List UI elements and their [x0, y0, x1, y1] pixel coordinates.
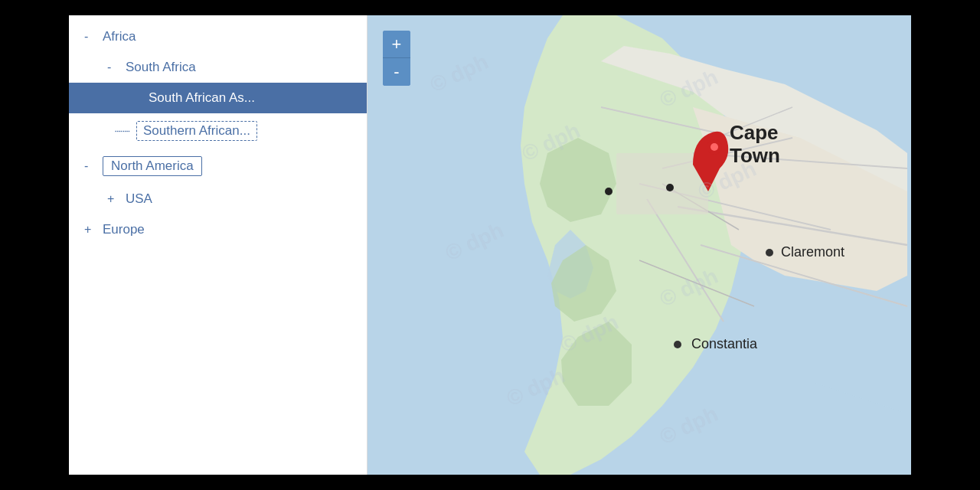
map-container[interactable]: Cape Town Claremont Constantia + - © dph… — [368, 15, 911, 475]
sidebar-item-north-america[interactable]: - North America — [69, 149, 367, 184]
zoom-in-button[interactable]: + — [383, 31, 410, 58]
toggle-europe: + — [84, 223, 96, 237]
svg-point-14 — [710, 143, 718, 151]
svg-point-21 — [605, 188, 612, 195]
svg-text:Constantia: Constantia — [691, 336, 758, 351]
toggle-southern-african: ┈┈ — [115, 124, 130, 139]
svg-text:Town: Town — [730, 144, 780, 167]
svg-point-19 — [674, 341, 681, 348]
sidebar-item-usa[interactable]: + USA — [69, 184, 367, 214]
sidebar-item-south-africa[interactable]: - South Africa — [69, 52, 367, 83]
label-africa: Africa — [103, 29, 136, 44]
toggle-south-african-as — [130, 91, 142, 105]
label-europe: Europe — [103, 222, 145, 237]
zoom-controls: + - — [383, 31, 410, 86]
toggle-south-africa: - — [107, 60, 119, 74]
app-container: - Africa - South Africa South African As… — [69, 15, 911, 475]
toggle-north-america: - — [84, 159, 96, 173]
label-south-african-as: South African As... — [149, 90, 255, 106]
toggle-africa: - — [84, 30, 96, 44]
sidebar: - Africa - South Africa South African As… — [69, 15, 368, 475]
sidebar-item-south-african-as[interactable]: South African As... — [69, 83, 367, 113]
label-south-africa: South Africa — [126, 60, 196, 75]
label-north-america: North America — [103, 156, 202, 176]
label-usa: USA — [126, 191, 152, 207]
label-southern-african: Southern African... — [136, 121, 257, 141]
svg-text:Claremont: Claremont — [781, 244, 844, 260]
sidebar-item-southern-african[interactable]: ┈┈ Southern African... — [69, 113, 367, 149]
sidebar-item-europe[interactable]: + Europe — [69, 214, 367, 245]
zoom-out-button[interactable]: - — [383, 58, 410, 86]
sidebar-item-africa[interactable]: - Africa — [69, 21, 367, 52]
svg-point-12 — [666, 184, 674, 191]
svg-point-17 — [766, 249, 773, 256]
map-svg: Cape Town Claremont Constantia — [368, 15, 911, 475]
svg-text:Cape: Cape — [730, 121, 779, 144]
toggle-usa: + — [107, 192, 119, 206]
